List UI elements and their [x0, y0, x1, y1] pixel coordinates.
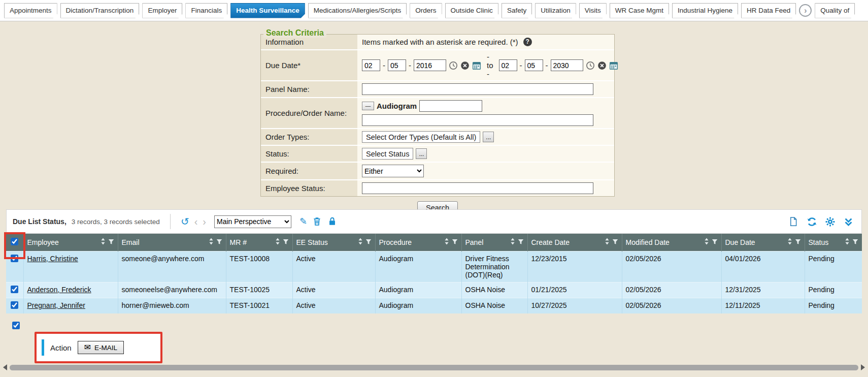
- column-header-panel[interactable]: Panel: [461, 234, 527, 251]
- tab-safety[interactable]: Safety: [502, 3, 532, 18]
- column-header-ee-status[interactable]: EE Status: [292, 234, 375, 251]
- tab-financials[interactable]: Financials: [185, 3, 227, 18]
- edit-pencil-icon[interactable]: ✎: [299, 217, 307, 226]
- row-checkbox[interactable]: [11, 255, 18, 262]
- clock-icon[interactable]: [586, 61, 595, 70]
- lock-icon[interactable]: [327, 216, 338, 227]
- scrollbar-thumb[interactable]: [10, 365, 858, 370]
- email-button[interactable]: ✉ E-MAIL: [78, 341, 124, 354]
- undo-icon[interactable]: ↺: [181, 216, 189, 227]
- email-cell: horner@mieweb.com: [118, 298, 226, 313]
- sort-icon[interactable]: [209, 238, 214, 246]
- procedure-chip-input[interactable]: [419, 100, 482, 112]
- chevron-down-icon[interactable]: [843, 216, 853, 227]
- column-header-due-date[interactable]: Due Date: [721, 234, 805, 251]
- refresh-icon[interactable]: [807, 216, 817, 227]
- employee-link[interactable]: Pregnant, Jennifer: [27, 301, 85, 309]
- due-from-month-input[interactable]: [362, 59, 380, 71]
- tab-hr-data-feed[interactable]: HR Data Feed: [741, 3, 796, 18]
- tab-medications-allergies-scripts[interactable]: Medications/Allergies/Scripts: [308, 3, 407, 18]
- sort-icon[interactable]: [845, 238, 850, 246]
- clock-icon[interactable]: [449, 61, 458, 70]
- clear-date-icon[interactable]: [597, 61, 607, 70]
- status-browse-button[interactable]: ...: [416, 148, 427, 159]
- tab-health-surveillance[interactable]: Health Surveillance: [230, 3, 305, 18]
- remove-procedure-button[interactable]: —: [362, 102, 374, 110]
- email-cell: someone@anywhere.com: [118, 251, 226, 282]
- scroll-left-icon[interactable]: [3, 364, 7, 370]
- sort-icon[interactable]: [704, 238, 709, 246]
- employee-link[interactable]: Anderson, Frederick: [27, 286, 91, 294]
- sort-icon[interactable]: [444, 238, 449, 246]
- status-picker[interactable]: Select Status: [362, 148, 413, 160]
- column-header-email[interactable]: Email: [118, 234, 226, 251]
- row-checkbox[interactable]: [11, 286, 18, 293]
- filter-icon[interactable]: [795, 238, 801, 246]
- column-header-mr[interactable]: MR #: [226, 234, 292, 251]
- filter-icon[interactable]: [108, 238, 114, 246]
- help-icon[interactable]: ?: [523, 38, 532, 46]
- tab-appointments[interactable]: Appointments: [4, 3, 57, 18]
- sort-icon[interactable]: [358, 238, 363, 246]
- filter-icon[interactable]: [365, 238, 372, 246]
- tab-visits[interactable]: Visits: [579, 3, 607, 18]
- due-to-day-input[interactable]: [525, 59, 543, 71]
- filter-icon[interactable]: [283, 238, 289, 246]
- select-all-checkbox[interactable]: [11, 238, 18, 245]
- tab-dictation-transcription[interactable]: Dictation/Transcription: [60, 3, 140, 18]
- due-date-row: Due Date* - - - to - -: [261, 50, 614, 81]
- order-types-picker[interactable]: Select Order Types (Default is All): [362, 131, 480, 143]
- due-to-year-input[interactable]: [551, 59, 583, 71]
- footer-select-checkbox[interactable]: [12, 322, 20, 329]
- column-header-status[interactable]: Status: [805, 234, 862, 251]
- tab-quality-of[interactable]: Quality of: [815, 3, 855, 18]
- search-criteria-title: Search Criteria: [263, 28, 326, 38]
- gear-icon[interactable]: [825, 216, 835, 227]
- modified-date-cell: 02/05/2026: [622, 298, 721, 313]
- tab-employer[interactable]: Employer: [142, 3, 182, 18]
- due-from-year-input[interactable]: [414, 59, 446, 71]
- tab-wr-case-mgmt[interactable]: WR Case Mgmt: [610, 3, 669, 18]
- prev-page-icon[interactable]: ‹: [194, 216, 198, 227]
- filter-icon[interactable]: [612, 238, 618, 246]
- calendar-icon[interactable]: [609, 61, 618, 70]
- filter-icon[interactable]: [216, 238, 222, 246]
- perspective-select[interactable]: Main Perspective: [214, 215, 291, 228]
- calendar-icon[interactable]: [472, 61, 481, 70]
- row-checkbox[interactable]: [11, 301, 18, 309]
- tab-overflow-circle-icon[interactable]: ›: [799, 4, 812, 17]
- tab-outside-clinic[interactable]: Outside Clinic: [445, 3, 498, 18]
- clear-date-icon[interactable]: [460, 61, 470, 70]
- next-page-icon[interactable]: ›: [203, 216, 206, 227]
- employee-link[interactable]: Harris, Christine: [27, 255, 78, 263]
- required-select[interactable]: Either: [362, 165, 424, 177]
- column-header-procedure[interactable]: Procedure: [375, 234, 461, 251]
- sort-icon[interactable]: [510, 238, 515, 246]
- tab-utilization[interactable]: Utilization: [535, 3, 576, 18]
- panel-name-input[interactable]: [362, 83, 593, 95]
- order-types-browse-button[interactable]: ...: [483, 132, 494, 142]
- sort-icon[interactable]: [787, 238, 792, 246]
- filter-icon[interactable]: [852, 238, 858, 246]
- document-icon[interactable]: [788, 216, 798, 227]
- filter-icon[interactable]: [712, 238, 718, 246]
- scroll-right-icon[interactable]: [861, 364, 865, 370]
- filter-icon[interactable]: [452, 238, 458, 246]
- modified-date-cell: 02/05/2026: [622, 251, 721, 282]
- due-to-month-input[interactable]: [499, 59, 517, 71]
- date-dash: -: [520, 61, 522, 70]
- tab-industrial-hygiene[interactable]: Industrial Hygiene: [672, 3, 738, 18]
- sort-icon[interactable]: [101, 238, 106, 246]
- column-header-create-date[interactable]: Create Date: [527, 234, 622, 251]
- tab-orders[interactable]: Orders: [410, 3, 442, 18]
- sort-icon[interactable]: [275, 238, 280, 246]
- sort-icon[interactable]: [605, 238, 610, 246]
- procedure-order-name-input[interactable]: [362, 114, 593, 126]
- column-header-employee[interactable]: Employee: [23, 234, 118, 251]
- employee-status-input[interactable]: [362, 182, 593, 194]
- filter-icon[interactable]: [518, 238, 524, 246]
- due-from-day-input[interactable]: [388, 59, 406, 71]
- column-header-modified-date[interactable]: Modified Date: [622, 234, 721, 251]
- trash-icon[interactable]: [312, 216, 322, 227]
- email-button-label: E-MAIL: [94, 344, 117, 352]
